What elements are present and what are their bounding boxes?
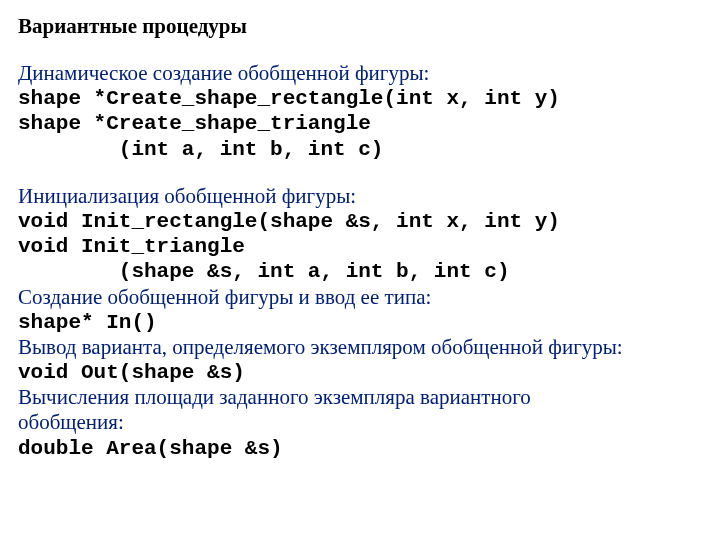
code-in: shape* In(): [18, 310, 702, 335]
prose-area-line2: обобщения:: [18, 410, 702, 435]
section-in: Создание обобщенной фигуры и ввод ее тип…: [18, 285, 702, 335]
code-create-rectangle: shape *Create_shape_rectangle(int x, int…: [18, 86, 702, 111]
prose-init: Инициализация обобщенной фигуры:: [18, 184, 702, 209]
code-area: double Area(shape &s): [18, 436, 702, 461]
code-create-triangle-params: (int a, int b, int c): [18, 137, 702, 162]
code-init-rectangle: void Init_rectangle(shape &s, int x, int…: [18, 209, 702, 234]
section-init: Инициализация обобщенной фигуры: void In…: [18, 184, 702, 285]
code-init-triangle-params: (shape &s, int a, int b, int c): [18, 259, 702, 284]
section-create: Динамическое создание обобщенной фигуры:…: [18, 61, 702, 162]
code-out: void Out(shape &s): [18, 360, 702, 385]
prose-area-line1: Вычисления площади заданного экземпляра …: [18, 385, 702, 410]
prose-out: Вывод варианта, определяемого экземпляро…: [18, 335, 702, 360]
document-page: Вариантные процедуры Динамическое создан…: [0, 0, 720, 471]
code-init-triangle-decl: void Init_triangle: [18, 234, 702, 259]
section-area: Вычисления площади заданного экземпляра …: [18, 385, 702, 461]
page-title: Вариантные процедуры: [18, 14, 702, 39]
prose-in: Создание обобщенной фигуры и ввод ее тип…: [18, 285, 702, 310]
prose-create: Динамическое создание обобщенной фигуры:: [18, 61, 702, 86]
section-out: Вывод варианта, определяемого экземпляро…: [18, 335, 702, 385]
code-create-triangle-decl: shape *Create_shape_triangle: [18, 111, 702, 136]
